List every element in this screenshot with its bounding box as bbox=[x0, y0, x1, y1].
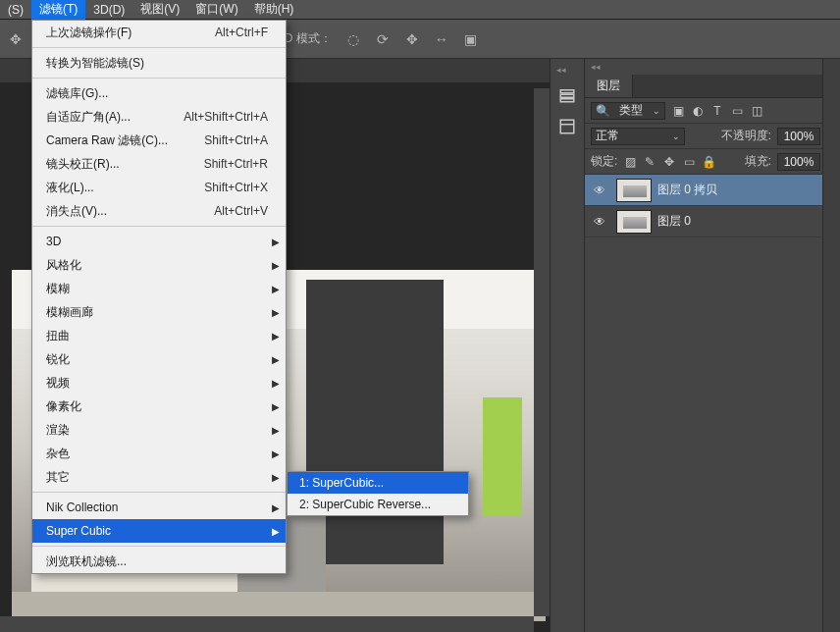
fill-label: 填充: bbox=[745, 153, 771, 170]
menu-label: 镜头校正(R)... bbox=[46, 156, 204, 173]
mi-render[interactable]: 渲染▶ bbox=[32, 418, 286, 442]
mi-noise[interactable]: 杂色▶ bbox=[32, 442, 286, 465]
lock-label: 锁定: bbox=[591, 153, 617, 170]
menu-label: 浏览联机滤镜... bbox=[46, 553, 268, 570]
layer-name[interactable]: 图层 0 bbox=[657, 213, 691, 230]
scrollbar-vertical[interactable] bbox=[534, 88, 550, 616]
mi-adaptive-wide[interactable]: 自适应广角(A)...Alt+Shift+Ctrl+A bbox=[32, 105, 286, 129]
menu-filter[interactable]: 滤镜(T) bbox=[31, 0, 85, 20]
roll-icon[interactable]: ⟳ bbox=[375, 31, 391, 47]
mi-distort[interactable]: 扭曲▶ bbox=[32, 324, 286, 347]
menu-help[interactable]: 帮助(H) bbox=[246, 0, 302, 20]
mi-lens-correction[interactable]: 镜头校正(R)...Shift+Ctrl+R bbox=[32, 152, 286, 176]
layer-thumbnail[interactable] bbox=[616, 210, 652, 234]
blend-mode-select[interactable]: 正常 ⌄ bbox=[591, 128, 685, 145]
lock-transparency-icon[interactable]: ▨ bbox=[623, 155, 637, 169]
menu-window[interactable]: 窗口(W) bbox=[187, 0, 245, 20]
strip-grip-icon[interactable]: ◂◂ bbox=[551, 65, 566, 75]
search-icon: 🔍 bbox=[596, 104, 609, 118]
orbit-icon[interactable]: ◌ bbox=[345, 31, 361, 47]
menu-separator bbox=[32, 78, 286, 79]
menu-separator bbox=[32, 226, 286, 227]
tool-move-icon[interactable]: ✥ bbox=[8, 31, 24, 47]
lock-position-icon[interactable]: ✥ bbox=[662, 155, 676, 169]
menu-label: 杂色 bbox=[46, 446, 268, 462]
slide-icon[interactable]: ↔ bbox=[434, 31, 449, 47]
properties-panel-icon[interactable] bbox=[554, 116, 580, 137]
submenu-arrow-icon: ▶ bbox=[272, 502, 280, 513]
menu-3d[interactable]: 3D(D) bbox=[85, 1, 132, 19]
lock-artboard-icon[interactable]: ▭ bbox=[682, 155, 696, 169]
mi-other[interactable]: 其它▶ bbox=[32, 465, 286, 489]
blend-mode-row: 正常 ⌄ 不透明度: 100% ⌄ bbox=[585, 124, 840, 149]
opacity-label: 不透明度: bbox=[721, 128, 771, 144]
super-cubic-submenu: 1: SuperCubic... 2: SuperCubic Reverse..… bbox=[287, 471, 469, 516]
menu-label: 视频 bbox=[46, 375, 268, 392]
blend-mode-value: 正常 bbox=[596, 128, 619, 144]
menu-label: 扭曲 bbox=[46, 328, 268, 344]
submenu-arrow-icon: ▶ bbox=[272, 526, 280, 537]
filter-adjust-icon[interactable]: ◐ bbox=[691, 104, 705, 118]
mi-filter-gallery[interactable]: 滤镜库(G)... bbox=[32, 81, 286, 105]
submenu-arrow-icon: ▶ bbox=[272, 401, 280, 412]
filter-menu-dropdown: 上次滤镜操作(F) Alt+Ctrl+F 转换为智能滤镜(S) 滤镜库(G)..… bbox=[31, 20, 287, 574]
right-column: ◂◂ ◂◂ 图层 ≡ 🔍 类型 ⌄ ▣ ◐ bbox=[550, 59, 840, 632]
mi-supercubic[interactable]: 1: SuperCubic... bbox=[288, 472, 468, 494]
filter-pixel-icon[interactable]: ▣ bbox=[671, 104, 685, 118]
menu-view[interactable]: 视图(V) bbox=[132, 0, 187, 20]
menu-label: 其它 bbox=[46, 469, 268, 486]
pan-icon[interactable]: ✥ bbox=[404, 31, 420, 47]
mi-stylize[interactable]: 风格化▶ bbox=[32, 253, 286, 277]
opacity-input[interactable]: 100% bbox=[777, 128, 820, 145]
mi-last-filter[interactable]: 上次滤镜操作(F) Alt+Ctrl+F bbox=[32, 21, 286, 44]
menu-select[interactable]: (S) bbox=[0, 1, 31, 19]
menu-label: 渲染 bbox=[46, 422, 268, 439]
filter-type-select[interactable]: 🔍 类型 ⌄ bbox=[591, 102, 665, 120]
lock-row: 锁定: ▨ ✎ ✥ ▭ 🔒 填充: 100% ⌄ bbox=[585, 149, 840, 175]
mi-browse-online[interactable]: 浏览联机滤镜... bbox=[32, 550, 286, 573]
mi-camera-raw[interactable]: Camera Raw 滤镜(C)...Shift+Ctrl+A bbox=[32, 129, 286, 152]
zoom-icon[interactable]: ▣ bbox=[463, 31, 479, 47]
menu-label: 模糊画廊 bbox=[46, 304, 268, 321]
mi-video[interactable]: 视频▶ bbox=[32, 371, 286, 395]
submenu-arrow-icon: ▶ bbox=[272, 472, 280, 483]
filter-type-icon[interactable]: T bbox=[710, 104, 724, 118]
filter-shape-icon[interactable]: ▭ bbox=[730, 104, 744, 118]
lock-pixels-icon[interactable]: ✎ bbox=[643, 155, 656, 169]
mi-convert-smart[interactable]: 转换为智能滤镜(S) bbox=[32, 51, 286, 75]
filter-smart-icon[interactable]: ◫ bbox=[750, 104, 763, 118]
menu-label: 消失点(V)... bbox=[46, 203, 214, 220]
menu-shortcut: Shift+Ctrl+A bbox=[204, 133, 268, 147]
visibility-eye-icon[interactable]: 👁 bbox=[589, 184, 610, 197]
scrollbar-horizontal[interactable] bbox=[0, 616, 534, 632]
layer-name[interactable]: 图层 0 拷贝 bbox=[657, 182, 717, 198]
mi-blur[interactable]: 模糊▶ bbox=[32, 277, 286, 300]
history-panel-icon[interactable] bbox=[554, 84, 580, 106]
mi-supercubic-reverse[interactable]: 2: SuperCubic Reverse... bbox=[288, 494, 468, 515]
mi-pixelate[interactable]: 像素化▶ bbox=[32, 395, 286, 418]
mi-blur-gallery[interactable]: 模糊画廊▶ bbox=[32, 300, 286, 324]
layer-row[interactable]: 👁 图层 0 bbox=[585, 206, 840, 237]
layer-thumbnail[interactable] bbox=[616, 179, 652, 202]
menu-label: 锐化 bbox=[46, 351, 268, 368]
tab-layers[interactable]: 图层 bbox=[585, 75, 633, 97]
visibility-eye-icon[interactable]: 👁 bbox=[589, 215, 610, 229]
layer-row[interactable]: 👁 图层 0 拷贝 bbox=[585, 175, 840, 206]
mi-super-cubic[interactable]: Super Cubic▶ bbox=[32, 519, 286, 543]
menu-separator bbox=[32, 492, 286, 493]
fill-input[interactable]: 100% bbox=[777, 153, 820, 171]
lock-all-icon[interactable]: 🔒 bbox=[702, 155, 715, 169]
chevron-down-icon: ⌄ bbox=[653, 106, 660, 116]
mi-vanishing-point[interactable]: 消失点(V)...Alt+Ctrl+V bbox=[32, 199, 286, 223]
mi-nik-collection[interactable]: Nik Collection▶ bbox=[32, 496, 286, 519]
svg-rect-0 bbox=[560, 90, 574, 93]
menu-label: 转换为智能滤镜(S) bbox=[46, 55, 268, 72]
panel-grip-icon[interactable]: ◂◂ bbox=[585, 59, 606, 75]
mi-sharpen[interactable]: 锐化▶ bbox=[32, 347, 286, 371]
menubar: (S) 滤镜(T) 3D(D) 视图(V) 窗口(W) 帮助(H) bbox=[0, 0, 840, 20]
right-edge-strip bbox=[822, 59, 840, 632]
mi-liquify[interactable]: 液化(L)...Shift+Ctrl+X bbox=[32, 176, 286, 199]
mi-3d[interactable]: 3D▶ bbox=[32, 230, 286, 253]
menu-shortcut: Alt+Shift+Ctrl+A bbox=[184, 110, 268, 124]
submenu-arrow-icon: ▶ bbox=[272, 284, 280, 294]
